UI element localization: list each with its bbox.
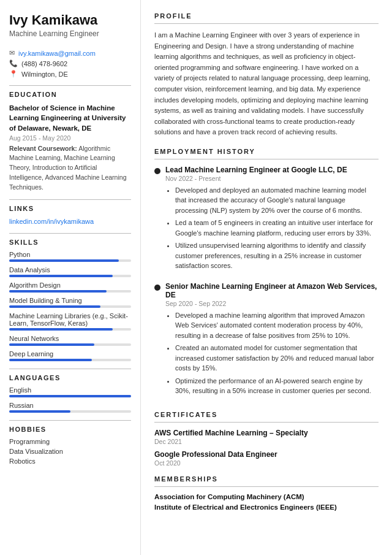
skill-bar-fill bbox=[9, 359, 92, 361]
language-item: Russian bbox=[9, 402, 131, 413]
memberships-section: MEMBERSHIPS Association for Computing Ma… bbox=[154, 475, 379, 511]
certificates-container: AWS Certified Machine Learning – Special… bbox=[154, 429, 379, 467]
skill-item: Machine Learning Libraries (e.g., Scikit… bbox=[9, 312, 131, 331]
profile-text: I am a Machine Learning Engineer with ov… bbox=[154, 30, 379, 138]
skill-item: Python bbox=[9, 251, 131, 262]
skill-bar-bg bbox=[9, 259, 131, 262]
skill-label: Data Analysis bbox=[9, 266, 131, 274]
bullet-item: Optimized the performance of an AI-power… bbox=[175, 376, 379, 396]
phone-text: (488) 478-9602 bbox=[21, 60, 67, 67]
cert-name: AWS Certified Machine Learning – Special… bbox=[154, 429, 379, 437]
edu-dates: Aug 2015 - May 2020 bbox=[9, 134, 131, 142]
skill-bar-fill bbox=[9, 343, 94, 346]
skills-container: Python Data Analysis Algorithm Design Mo… bbox=[9, 251, 131, 361]
profile-section-title: PROFILE bbox=[154, 12, 379, 20]
jobs-container: Lead Machine Learning Engineer at Google… bbox=[154, 166, 379, 402]
contact-location: 📍 Wilmington, DE bbox=[9, 70, 131, 78]
languages-container: English Russian bbox=[9, 386, 131, 413]
skill-bar-bg bbox=[9, 290, 131, 293]
bullet-item: Developed a machine learning algorithm t… bbox=[175, 310, 379, 341]
job-body: Senior Machine Learning Engineer at Amaz… bbox=[165, 282, 379, 402]
cert-date: Oct 2020 bbox=[154, 459, 379, 467]
linkedin-link-item: linkedin.com/in/ivykamikawa bbox=[9, 217, 131, 226]
candidate-name: Ivy Kamikawa bbox=[9, 12, 131, 28]
hobbies-section-title: HOBBIES bbox=[9, 426, 131, 433]
memberships-section-title: MEMBERSHIPS bbox=[154, 475, 379, 483]
hobby-item: Programming bbox=[9, 438, 131, 445]
skill-label: Algorithm Design bbox=[9, 281, 131, 289]
certificates-divider bbox=[154, 422, 379, 423]
main-content: PROFILE I am a Machine Learning Engineer… bbox=[141, 0, 392, 555]
sidebar: Ivy Kamikawa Machine Learning Engineer ✉… bbox=[0, 0, 141, 555]
skill-bar-fill bbox=[9, 305, 100, 308]
job-dates: Nov 2022 - Present bbox=[165, 175, 379, 182]
skills-divider bbox=[9, 233, 131, 234]
courses-label: Relevant Coursework: bbox=[9, 145, 77, 152]
location-text: Wilmington, DE bbox=[21, 71, 68, 78]
email-link[interactable]: ivy.kamikawa@gmail.com bbox=[18, 50, 96, 57]
language-item: English bbox=[9, 386, 131, 397]
skill-bar-bg bbox=[9, 343, 131, 346]
phone-icon: 📞 bbox=[9, 59, 18, 67]
skill-bar-bg bbox=[9, 275, 131, 277]
skill-bar-bg bbox=[9, 359, 131, 361]
email-icon: ✉ bbox=[9, 49, 15, 57]
education-divider bbox=[9, 85, 131, 86]
cert-name: Google Professional Data Engineer bbox=[154, 450, 379, 459]
membership-item: Institute of Electrical and Electronics … bbox=[154, 503, 379, 511]
employment-section-title: EMPLOYMENT HISTORY bbox=[154, 148, 379, 155]
employment-divider bbox=[154, 159, 379, 159]
job-entry: Lead Machine Learning Engineer at Google… bbox=[154, 166, 379, 277]
linkedin-link[interactable]: linkedin.com/in/ivykamikawa bbox=[9, 218, 94, 225]
skill-item: Data Analysis bbox=[9, 266, 131, 277]
links-section-title: LINKS bbox=[9, 205, 131, 212]
skills-section-title: SKILLS bbox=[9, 239, 131, 246]
bullet-item: Developed and deployed an automated mach… bbox=[175, 185, 379, 216]
job-bullets: Developed a machine learning algorithm t… bbox=[165, 310, 379, 396]
skill-label: Neural Networks bbox=[9, 335, 131, 342]
bullet-item: Created an automated model for customer … bbox=[175, 343, 379, 373]
skill-label: Deep Learning bbox=[9, 350, 131, 358]
skill-label: Python bbox=[9, 251, 131, 258]
skill-bar-bg bbox=[9, 328, 131, 331]
skill-bar-fill bbox=[9, 290, 107, 293]
language-label: Russian bbox=[9, 402, 131, 409]
language-bar-fill bbox=[9, 395, 131, 397]
job-bullets: Developed and deployed an automated mach… bbox=[165, 185, 379, 271]
hobby-item: Robotics bbox=[9, 457, 131, 465]
profile-section: PROFILE I am a Machine Learning Engineer… bbox=[154, 12, 379, 138]
skill-bar-fill bbox=[9, 259, 119, 262]
cert-date: Dec 2021 bbox=[154, 438, 379, 445]
profile-divider bbox=[154, 23, 379, 24]
language-bar-fill bbox=[9, 410, 70, 413]
job-title: Lead Machine Learning Engineer at Google… bbox=[165, 166, 379, 174]
location-icon: 📍 bbox=[9, 70, 18, 78]
languages-section-title: LANGUAGES bbox=[9, 374, 131, 381]
skill-label: Model Building & Tuning bbox=[9, 297, 131, 304]
contact-email: ✉ ivy.kamikawa@gmail.com bbox=[9, 49, 131, 57]
skill-bar-bg bbox=[9, 305, 131, 308]
skill-item: Model Building & Tuning bbox=[9, 297, 131, 308]
bullet-item: Utilized unsupervised learning algorithm… bbox=[175, 240, 379, 271]
memberships-container: Association for Computing Machinery (ACM… bbox=[154, 493, 379, 511]
contact-phone: 📞 (488) 478-9602 bbox=[9, 59, 131, 67]
hobbies-divider bbox=[9, 420, 131, 421]
candidate-title: Machine Learning Engineer bbox=[9, 29, 131, 38]
languages-divider bbox=[9, 369, 131, 369]
skill-item: Algorithm Design bbox=[9, 281, 131, 293]
skill-label: Machine Learning Libraries (e.g., Scikit… bbox=[9, 312, 131, 327]
edu-degree: Bachelor of Science in Machine Learning … bbox=[9, 103, 131, 132]
job-dot bbox=[154, 285, 160, 291]
hobbies-container: ProgrammingData VisualizationRobotics bbox=[9, 438, 131, 465]
job-entry: Senior Machine Learning Engineer at Amaz… bbox=[154, 282, 379, 402]
membership-item: Association for Computing Machinery (ACM… bbox=[154, 493, 379, 500]
job-dates: Sep 2020 - Sep 2022 bbox=[165, 300, 379, 307]
skill-item: Deep Learning bbox=[9, 350, 131, 361]
language-bar-bg bbox=[9, 410, 131, 413]
links-divider bbox=[9, 199, 131, 200]
skill-bar-fill bbox=[9, 328, 113, 331]
job-dot bbox=[154, 168, 160, 174]
certificates-section: CERTIFICATES AWS Certified Machine Learn… bbox=[154, 411, 379, 467]
hobby-item: Data Visualization bbox=[9, 448, 131, 455]
education-section-title: EDUCATION bbox=[9, 91, 131, 98]
